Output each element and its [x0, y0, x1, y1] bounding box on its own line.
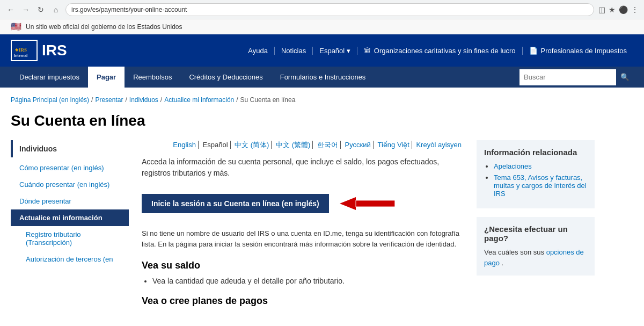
svg-text:Internal: Internal	[14, 54, 27, 57]
back-button[interactable]: ←	[5, 4, 16, 15]
lang-russian[interactable]: Русский	[343, 141, 374, 149]
related-info-item-2: Tema 653, Avisos y facturas, multas y ca…	[494, 173, 587, 198]
header-nav-prof[interactable]: 📄 Profesionales de Impuestos	[523, 47, 633, 55]
main-nav: Declarar impuestos Pagar Reembolsos Créd…	[0, 67, 644, 88]
irs-logo[interactable]: ⚜IRS Internal IRS	[11, 40, 67, 61]
breadcrumb-current: Su Cuenta en línea	[240, 96, 296, 104]
saldo-list: Vea la cantidad que adeuda y el detalle …	[142, 276, 464, 287]
saldo-item: Vea la cantidad que adeuda y el detalle …	[152, 276, 464, 287]
gov-banner-text: Un sitio web oficial del gobierno de los…	[26, 23, 182, 31]
sidebar-item-registro[interactable]: Registro tributario (Transcripción)	[11, 226, 129, 251]
lang-chinese-traditional[interactable]: 中文 (繁體)	[274, 141, 313, 149]
sidebar-item-autorizacion[interactable]: Autorización de terceros (en	[11, 251, 129, 267]
flag-icon: 🇺🇸	[11, 21, 21, 32]
url-bar[interactable]: irs.gov/es/payments/your-online-account	[65, 3, 594, 16]
breadcrumb-individuos[interactable]: Individuos	[129, 96, 158, 104]
page-title: Su Cuenta en línea	[11, 112, 633, 129]
header-nav-noticias[interactable]: Noticias	[275, 47, 313, 55]
header-nav-org[interactable]: 🏛 Organizaciones caritativas y sin fines…	[357, 47, 523, 55]
breadcrumb-actualice[interactable]: Actualice mi información	[164, 96, 234, 104]
extension-icon: ◫	[598, 5, 605, 14]
header-nav-ayuda[interactable]: Ayuda	[241, 47, 275, 55]
org-icon: 🏛	[364, 47, 371, 55]
gov-banner: 🇺🇸 Un sitio web oficial del gobierno de …	[0, 19, 644, 34]
svg-rect-4	[356, 200, 395, 207]
url-text: irs.gov/es/payments/your-online-account	[71, 6, 187, 13]
header-nav-prof-text: Profesionales de Impuestos	[541, 47, 627, 55]
irs-header: ⚜IRS Internal IRS Ayuda Noticias Español…	[0, 34, 644, 67]
browser-bar: ← → ↻ ⌂ irs.gov/es/payments/your-online-…	[0, 0, 644, 19]
payment-box-text: Vea cuáles son sus opciones de pago .	[484, 247, 587, 268]
svg-text:⚜IRS: ⚜IRS	[14, 47, 27, 53]
lang-creole[interactable]: Kreyòl ayisyen	[414, 141, 464, 149]
nav-formularios[interactable]: Formularios e Instrucciones	[272, 67, 375, 88]
related-info-box: Información relacionada Apelaciones Tema…	[477, 140, 595, 208]
breadcrumb-home[interactable]: Página Principal (en inglés)	[11, 96, 89, 104]
breadcrumb-presentar[interactable]: Presentar	[95, 96, 123, 104]
irs-logo-icon: ⚜IRS Internal	[11, 40, 38, 61]
payment-box: ¿Necesita efectuar un pago? Vea cuáles s…	[477, 217, 595, 276]
lang-espanol: Español	[201, 141, 231, 149]
sidebar-item-como[interactable]: Cómo presentar (en inglés)	[11, 160, 129, 176]
arrow-icon	[340, 187, 404, 220]
search-button[interactable]: 🔍	[616, 69, 633, 85]
nav-declarar[interactable]: Declarar impuestos	[11, 67, 88, 88]
payment-box-title: ¿Necesita efectuar un pago?	[484, 224, 587, 243]
sidebar-item-actualice[interactable]: Actualice mi información	[11, 209, 129, 226]
description: Acceda la información de su cuenta perso…	[142, 156, 464, 179]
section-saldo-title: Vea su saldo	[142, 260, 464, 271]
prof-icon: 📄	[529, 47, 538, 55]
related-info-list: Apelaciones Tema 653, Avisos y facturas,…	[484, 162, 587, 198]
svg-marker-5	[340, 197, 356, 210]
nav-pagar[interactable]: Pagar	[88, 67, 125, 88]
lang-chinese-simplified[interactable]: 中文 (简体)	[232, 141, 272, 149]
payment-box-text-after: .	[502, 259, 504, 267]
sidebar: Individuos Cómo presentar (en inglés) Cu…	[11, 140, 129, 311]
payment-box-text-before: Vea cuáles son sus	[484, 248, 544, 256]
breadcrumb: Página Principal (en inglés) / Presentar…	[11, 96, 633, 104]
search-input[interactable]	[519, 69, 616, 85]
sidebar-section-title: Individuos	[11, 140, 129, 157]
main-layout: Individuos Cómo presentar (en inglés) Cu…	[11, 140, 633, 311]
nav-search: 🔍	[519, 69, 633, 85]
header-nav-espanol[interactable]: Español ▾	[313, 47, 357, 55]
refresh-button[interactable]: ↻	[35, 4, 46, 15]
header-nav-org-text: Organizaciones caritativas y sin fines d…	[374, 47, 516, 55]
login-button[interactable]: Inicie la sesión a su Cuenta en línea (e…	[142, 194, 329, 213]
content-area: Página Principal (en inglés) / Presentar…	[0, 88, 644, 320]
lang-english[interactable]: English	[171, 141, 199, 149]
browser-icons: ◫ ★ ⚫ ⋮	[598, 5, 639, 14]
header-nav: Ayuda Noticias Español ▾ 🏛 Organizacione…	[241, 47, 633, 55]
related-info-link-2[interactable]: Tema 653, Avisos y facturas, multas y ca…	[494, 173, 587, 198]
forward-button[interactable]: →	[20, 4, 31, 15]
irs-logo-text: IRS	[42, 42, 67, 59]
language-selector: English Español 中文 (简体) 中文 (繁體) 한국어 Русс…	[142, 140, 464, 150]
related-info-title: Información relacionada	[484, 148, 587, 157]
login-area: Inicie la sesión a su Cuenta en línea (e…	[142, 187, 464, 220]
sub-description: Si no tiene un nombre de usuario del IRS…	[142, 228, 464, 249]
right-sidebar: Información relacionada Apelaciones Tema…	[477, 140, 595, 311]
profile-icon: ⚫	[619, 5, 628, 14]
sidebar-item-donde[interactable]: Dónde presentar	[11, 193, 129, 209]
related-info-item-1: Apelaciones	[494, 162, 587, 170]
section-planes-title: Vea o cree planes de pagos	[142, 295, 464, 307]
bookmark-icon: ★	[609, 5, 616, 14]
lang-vietnamese[interactable]: Tiếng Việt	[375, 141, 412, 149]
lang-korean[interactable]: 한국어	[315, 141, 341, 149]
home-button[interactable]: ⌂	[50, 4, 61, 15]
related-info-link-1[interactable]: Apelaciones	[494, 162, 532, 170]
nav-reembolsos[interactable]: Reembolsos	[125, 67, 180, 88]
content-main: English Español 中文 (简体) 中文 (繁體) 한국어 Русс…	[142, 140, 464, 311]
menu-icon: ⋮	[631, 5, 639, 14]
sidebar-item-cuando[interactable]: Cuándo presentar (en inglés)	[11, 176, 129, 193]
nav-creditos[interactable]: Créditos y Deducciones	[180, 67, 271, 88]
